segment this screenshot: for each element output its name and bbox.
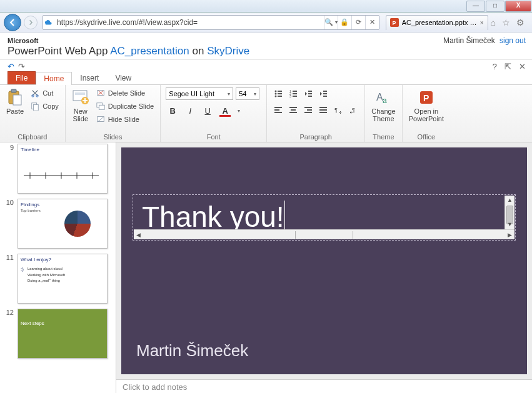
sign-out-link[interactable]: sign out — [499, 36, 526, 45]
numbering-button[interactable]: 123 — [287, 87, 299, 100]
bold-button[interactable]: B — [166, 104, 179, 117]
tools-icon[interactable]: ⚙ — [516, 17, 524, 27]
copy-button[interactable]: Copy — [29, 101, 60, 112]
favorites-icon[interactable]: ☆ — [502, 17, 510, 27]
svg-rect-34 — [274, 107, 282, 108]
svg-point-20 — [275, 96, 277, 97]
svg-text:3: 3 — [289, 94, 291, 98]
underline-button[interactable]: U — [201, 104, 214, 117]
notes-pane[interactable]: Click to add notes — [116, 379, 532, 393]
window-minimize-button[interactable]: — — [466, 1, 485, 12]
lock-icon[interactable]: 🔒 — [338, 16, 351, 29]
author-text[interactable]: Martin Šimeček — [136, 341, 248, 361]
svg-text:P: P — [423, 93, 429, 103]
textbox-scrollbar-vertical[interactable]: ▲ ▼ — [504, 196, 514, 229]
textbox-scrollbar-horizontal[interactable]: ◀ ▶ — [134, 229, 514, 239]
align-center-button[interactable] — [287, 104, 299, 116]
cut-icon — [30, 88, 40, 98]
font-color-dropdown[interactable]: ▾ — [236, 108, 240, 114]
svg-text:P: P — [392, 20, 396, 26]
document-name-link[interactable]: AC_presentation — [110, 45, 189, 57]
undo-button[interactable]: ↶ — [8, 62, 14, 71]
slide-thumbnail[interactable]: What I enjoy? :) Learning about cloud Wo… — [18, 254, 108, 304]
address-bar[interactable]: https://skydrive.live.com/#!/view.aspx?c… — [43, 15, 379, 30]
window-maximize-button[interactable]: □ — [486, 1, 504, 12]
align-right-button[interactable] — [302, 104, 314, 116]
thumbnail-row[interactable]: 12 Next steps — [0, 306, 116, 361]
svg-rect-19 — [278, 93, 282, 94]
svg-rect-38 — [291, 109, 296, 111]
thumbnail-row[interactable]: 10 Findings Top barriers — [0, 196, 116, 251]
powerpoint-favicon-icon: P — [390, 18, 399, 27]
svg-rect-40 — [304, 107, 312, 108]
browser-tab[interactable]: P AC_presentation.pptx - Mic... × — [386, 15, 488, 30]
service-link[interactable]: SkyDrive — [207, 45, 249, 57]
hide-slide-button[interactable]: Hide Slide — [94, 114, 155, 125]
open-in-powerpoint-button[interactable]: P Open in PowerPoint — [408, 87, 445, 124]
change-theme-button[interactable]: Aa Change Theme — [370, 87, 397, 124]
slide-thumbnail[interactable]: Next steps — [18, 309, 108, 359]
search-icon[interactable]: 🔍▾ — [324, 16, 338, 29]
align-justify-button[interactable] — [317, 104, 329, 116]
group-font: Segoe UI Light▾ 54▾ B I U A ▾ Font — [161, 85, 267, 142]
duplicate-slide-icon — [96, 101, 106, 111]
help-button[interactable]: ? — [493, 62, 497, 71]
cut-button[interactable]: Cut — [29, 87, 60, 99]
skydrive-favicon-icon — [43, 18, 56, 27]
home-icon[interactable]: ⌂ — [491, 17, 496, 27]
stop-button[interactable]: ✕ — [365, 16, 379, 29]
font-name-select[interactable]: Segoe UI Light▾ — [166, 87, 233, 100]
paste-icon — [6, 89, 24, 106]
title-textbox[interactable]: Thank you! ▲ ▼ ◀ ▶ — [133, 194, 516, 241]
refresh-button[interactable]: ⟳ — [351, 16, 365, 29]
hide-slide-icon — [96, 114, 106, 124]
forward-button[interactable] — [24, 16, 38, 29]
decrease-indent-button[interactable] — [302, 87, 314, 100]
new-slide-button[interactable]: New Slide — [71, 87, 91, 124]
text-direction-rtl-button[interactable]: ¶ — [347, 104, 359, 116]
thumbnail-row[interactable]: 9 Timeline — [0, 142, 116, 196]
slide-canvas[interactable]: Thank you! ▲ ▼ ◀ ▶ Martin Šimeček — [121, 147, 527, 374]
delete-slide-button[interactable]: Delete Slide — [94, 87, 155, 99]
tab-home[interactable]: Home — [36, 72, 72, 85]
svg-rect-35 — [274, 109, 279, 111]
svg-point-18 — [275, 93, 277, 95]
italic-button[interactable]: I — [183, 104, 197, 117]
svg-rect-31 — [323, 91, 327, 92]
font-color-button[interactable]: A — [218, 104, 232, 117]
window-titlebar: — □ X — [0, 0, 532, 12]
tab-view[interactable]: View — [107, 71, 139, 84]
slide-number: 11 — [4, 254, 14, 261]
svg-rect-3 — [11, 89, 16, 92]
svg-rect-30 — [308, 96, 312, 97]
back-button[interactable] — [4, 14, 21, 31]
thumbnail-row[interactable]: 11 What I enjoy? :) Learning about cloud… — [0, 251, 116, 306]
workspace: 9 Timeline 10 Findings Top barriers 11 W… — [0, 142, 532, 393]
popout-button[interactable]: ⇱ — [504, 62, 511, 71]
window-close-button[interactable]: X — [505, 1, 531, 12]
svg-text:¶: ¶ — [334, 107, 338, 113]
svg-rect-25 — [293, 93, 297, 94]
slide-thumbnail[interactable]: Findings Top barriers — [18, 199, 108, 249]
text-direction-ltr-button[interactable]: ¶ — [332, 104, 344, 116]
tab-file[interactable]: File — [8, 71, 36, 84]
svg-rect-10 — [75, 92, 85, 95]
slide-thumbnail[interactable]: Timeline — [18, 144, 108, 194]
svg-point-16 — [275, 91, 277, 92]
font-size-select[interactable]: 54▾ — [236, 87, 259, 100]
duplicate-slide-button[interactable]: Duplicate Slide — [94, 101, 155, 112]
tab-insert[interactable]: Insert — [72, 71, 107, 84]
close-app-button[interactable]: ✕ — [519, 62, 526, 71]
slide-thumbnails-pane[interactable]: 9 Timeline 10 Findings Top barriers 11 W… — [0, 142, 116, 393]
tab-close-button[interactable]: × — [480, 19, 484, 26]
group-label: Office — [408, 132, 445, 141]
redo-button[interactable]: ↷ — [18, 62, 25, 71]
increase-indent-button[interactable] — [317, 87, 329, 100]
brand-name: PowerPoint Web App — [8, 45, 108, 57]
svg-rect-37 — [289, 107, 297, 108]
group-theme: Aa Change Theme Theme — [365, 85, 403, 142]
bullets-button[interactable] — [272, 87, 284, 100]
paste-button[interactable]: Paste — [5, 87, 25, 116]
svg-rect-33 — [323, 96, 327, 97]
align-left-button[interactable] — [272, 104, 284, 116]
